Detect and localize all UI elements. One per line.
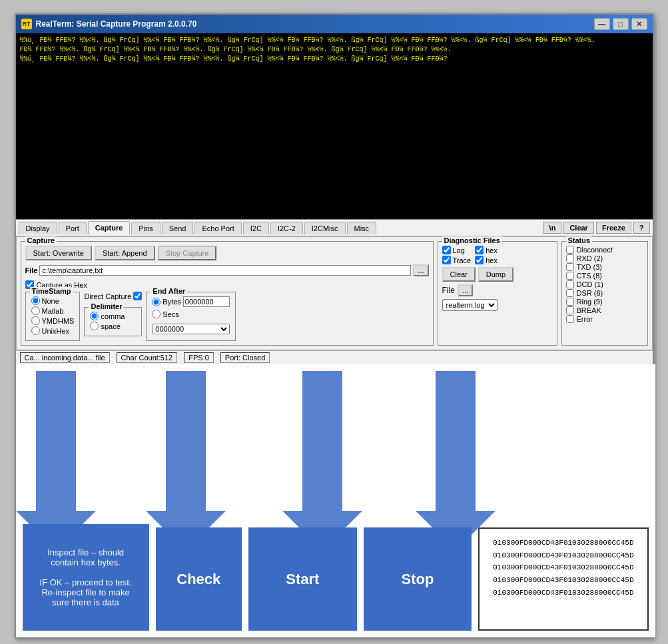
diag-trace-checkbox[interactable] [442, 256, 451, 264]
timestamp-none-radio[interactable] [31, 296, 40, 305]
hex-line-0: 010300FD000CD43F01030288000CC45D [493, 537, 633, 549]
status-error-label: Error [577, 315, 593, 323]
tab-i2c-2[interactable]: I2C-2 [270, 222, 303, 234]
diag-file-browse-button[interactable]: ... [458, 284, 473, 296]
help-button[interactable]: ? [633, 222, 650, 234]
direct-capture-checkbox[interactable] [133, 292, 142, 300]
svg-marker-4 [302, 371, 342, 511]
end-bytes-radio[interactable] [152, 298, 161, 306]
tab-echo-port[interactable]: Echo Port [194, 222, 241, 234]
hex-data-box: 010300FD000CD43F01030288000CC45D 010300F… [478, 527, 648, 631]
check-button[interactable]: Check [156, 527, 242, 631]
status-rxd: RXD (2) [566, 254, 643, 262]
delimiter-comma-label: comma [101, 312, 125, 320]
status-error: Error [566, 315, 643, 323]
status-fps: FPS:0 [184, 352, 214, 363]
status-capture: Ca... incoming data... file [20, 352, 110, 363]
diag-trace-label: Trace [453, 256, 472, 264]
tab-i2c[interactable]: I2C [243, 222, 269, 234]
diag-log-check: Log [442, 246, 472, 254]
title-bar: RT RealTerm: Serial Capture Program 2.0.… [16, 15, 653, 33]
start-button[interactable]: Start [248, 527, 357, 631]
tab-pins[interactable]: Pins [131, 222, 160, 234]
tab-display[interactable]: Display [19, 222, 57, 234]
status-dcd-checkbox[interactable] [566, 280, 574, 288]
diag-file-label: File [442, 286, 455, 295]
start-append-button[interactable]: Start: Append [95, 246, 155, 260]
stop-capture-button[interactable]: Stop Capture [158, 246, 217, 260]
capture-section-label: Capture [25, 236, 57, 244]
status-cts: CTS (8) [566, 272, 643, 280]
stop-button[interactable]: Stop [364, 527, 472, 631]
diag-log-checkbox[interactable] [442, 246, 451, 254]
minimize-button[interactable]: — [594, 18, 610, 30]
inspect-text: Inspect file – should contain hex bytes.… [36, 547, 136, 607]
status-break: BREAK [566, 306, 643, 314]
direct-capture-row: Direct Capture [84, 292, 142, 300]
timestamp-label: TimeStamp [30, 287, 73, 295]
title-bar-left: RT RealTerm: Serial Capture Program 2.0.… [21, 19, 197, 29]
status-cts-checkbox[interactable] [566, 272, 574, 280]
start-label: Start [286, 571, 319, 588]
status-section-label: Status [566, 236, 593, 244]
freeze-button[interactable]: Freeze [596, 222, 631, 234]
status-dsr-checkbox[interactable] [566, 289, 574, 297]
clear-button[interactable]: Clear [563, 222, 594, 234]
action-row: Inspect file – should contain hex bytes.… [16, 524, 655, 637]
annotation-area: Inspect file – should contain hex bytes.… [16, 364, 655, 637]
file-input[interactable] [39, 265, 411, 276]
close-button[interactable]: ✕ [631, 18, 647, 30]
diag-log-hex-checkbox[interactable] [475, 246, 484, 254]
status-error-checkbox[interactable] [566, 315, 574, 323]
timestamp-none-row: None [31, 296, 75, 305]
status-rxd-checkbox[interactable] [566, 254, 574, 262]
diag-trace-hex-checkbox[interactable] [475, 256, 484, 264]
end-value-input[interactable] [183, 296, 230, 307]
diag-clear-button[interactable]: Clear [442, 267, 476, 282]
diag-trace-check: Trace [442, 256, 472, 264]
tab-misc[interactable]: Misc [347, 222, 377, 234]
delimiter-label: Delimiter [89, 302, 124, 310]
timestamp-unixhex-radio[interactable] [31, 326, 40, 335]
toolbar-right: \n Clear Freeze ? [543, 222, 650, 234]
status-txd: TXD (3) [566, 263, 643, 271]
file-browse-button[interactable]: ... [413, 264, 428, 276]
delimiter-section: Delimiter comma space [84, 307, 142, 336]
maximize-button[interactable]: □ [613, 18, 629, 30]
status-rxd-label: RXD (2) [577, 254, 603, 262]
status-disconnect-label: Disconnect [577, 246, 613, 254]
start-overwrite-button[interactable]: Start: Overwrite [25, 246, 92, 260]
tab-i2cmisc[interactable]: I2CMisc [304, 222, 346, 234]
newline-button[interactable]: \n [543, 222, 562, 234]
end-secs-label: Secs [163, 310, 178, 318]
direct-capture-label: Direct Capture [84, 292, 131, 300]
delimiter-space-radio[interactable] [90, 322, 99, 330]
end-secs-radio[interactable] [152, 310, 161, 318]
timestamp-unixhex-row: UnixHex [31, 326, 75, 335]
terminal-line: FÐ¼ FFÐ¼? ½%<½. ßg¼ FrCq] ½%<¼ FÐ¼ FFÐ¼?… [20, 45, 649, 55]
status-break-checkbox[interactable] [566, 306, 574, 314]
delimiter-comma-radio[interactable] [90, 312, 99, 320]
timestamp-ymdhms-label: YMDHMS [42, 317, 75, 325]
status-disconnect: Disconnect [566, 246, 643, 254]
hex-line-1: 010300FD000CD43F01030288000CC45D [493, 549, 633, 562]
delimiter-space-row: space [90, 322, 136, 330]
status-ring-checkbox[interactable] [566, 298, 574, 306]
status-txd-checkbox[interactable] [566, 263, 574, 271]
end-after-dropdown[interactable]: 0000000 [152, 324, 230, 334]
timestamp-ymdhms-radio[interactable] [31, 316, 40, 325]
status-disconnect-checkbox[interactable] [566, 246, 574, 254]
log-filename-select[interactable]: realterm.log [442, 299, 498, 311]
tab-port[interactable]: Port [59, 222, 87, 234]
timestamp-matlab-radio[interactable] [31, 306, 40, 315]
diag-dump-button[interactable]: Dump [478, 267, 513, 282]
delimiter-space-label: space [101, 322, 120, 330]
diag-checkboxes-row: Log Trace hex hex [442, 246, 553, 264]
end-secs-row: Secs [152, 310, 230, 318]
window-title: RealTerm: Serial Capture Program 2.0.0.7… [36, 19, 197, 29]
terminal-line: ½%ú¸ FÐ¼ FFÐ¼? ½%<½. ßg¼ FrCq] ½%<¼ FÐ¼ … [20, 36, 649, 45]
hex-line-3: 010300FD000CD43F01030288000CC45D [493, 574, 633, 587]
tab-send[interactable]: Send [162, 222, 194, 234]
check-label: Check [176, 571, 220, 588]
tab-capture[interactable]: Capture [88, 221, 131, 234]
